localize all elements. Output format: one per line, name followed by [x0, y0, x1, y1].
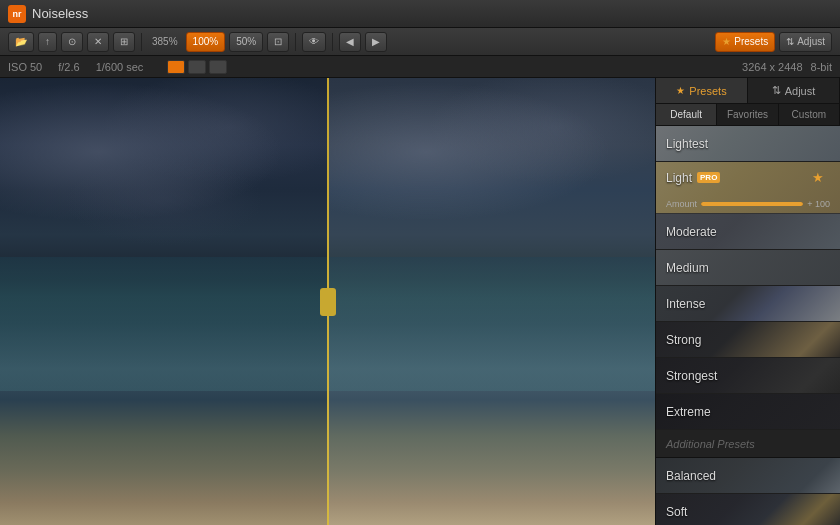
adjust-sliders-icon: ⇅	[772, 84, 781, 97]
zoom-100-button[interactable]: 100%	[186, 32, 226, 52]
canvas-area[interactable]	[0, 78, 655, 525]
bit-depth-value: 8-bit	[811, 61, 832, 73]
adjust-panel-button[interactable]: ⇅ Adjust	[748, 78, 840, 103]
preset-item-strongest[interactable]: Strongest	[656, 358, 840, 394]
preset-item-balanced[interactable]: Balanced	[656, 458, 840, 494]
preset-label-medium: Medium	[656, 261, 709, 275]
sea-right	[328, 257, 656, 391]
adjust-button[interactable]: ⇅ Adjust	[779, 32, 832, 52]
infobar: ISO 50 f/2.6 1/600 sec 3264 x 2448 8-bit	[0, 56, 840, 78]
folder-icon: 📂	[15, 36, 27, 47]
presets-button[interactable]: ★ Presets	[715, 32, 775, 52]
eye-button[interactable]: 👁	[302, 32, 326, 52]
preset-item-extreme[interactable]: Extreme	[656, 394, 840, 430]
preset-item-soft[interactable]: Soft	[656, 494, 840, 525]
photo-left	[0, 78, 328, 525]
presets-label: Presets	[734, 36, 768, 47]
open-button[interactable]: 📂	[8, 32, 34, 52]
photo-right	[328, 78, 656, 525]
panel-star-icon: ★	[676, 85, 685, 96]
tab-default[interactable]: Default	[656, 104, 717, 125]
sea-left	[0, 257, 328, 391]
toolbar-separator-3	[332, 33, 333, 51]
adjust-label: Adjust	[797, 36, 825, 47]
nav-prev-button[interactable]: ◀	[339, 32, 361, 52]
shutter-value: 1/600 sec	[96, 61, 144, 73]
panel-header: ★ Presets ⇅ Adjust	[656, 78, 840, 104]
preset-label-soft: Soft	[656, 505, 687, 519]
additional-presets-header: Additional Presets	[656, 430, 840, 458]
toolbar-separator-2	[295, 33, 296, 51]
export-button[interactable]: ↑	[38, 32, 57, 52]
main-content: ★ Presets ⇅ Adjust Default Favorites Cus…	[0, 78, 840, 525]
view-buttons	[167, 60, 227, 74]
toolbar-separator-1	[141, 33, 142, 51]
zoom-50-button[interactable]: 50%	[229, 32, 263, 52]
share-button[interactable]: ⊙	[61, 32, 83, 52]
tab-custom[interactable]: Custom	[779, 104, 840, 125]
export-icon: ↑	[45, 36, 50, 47]
split-line[interactable]	[327, 78, 329, 525]
preset-label-balanced: Balanced	[656, 469, 716, 483]
app-logo: nr	[8, 5, 26, 23]
split-handle[interactable]	[320, 288, 336, 316]
preset-item-intense[interactable]: Intense	[656, 286, 840, 322]
zoom-fit-button[interactable]: ⊡	[267, 32, 289, 52]
preset-item-moderate[interactable]: Moderate	[656, 214, 840, 250]
side-by-side-button[interactable]	[188, 60, 206, 74]
preset-tabs: Default Favorites Custom	[656, 104, 840, 126]
nav-next-button[interactable]: ▶	[365, 32, 387, 52]
preset-star-light[interactable]: ★	[812, 170, 824, 185]
preset-amount-value: + 100	[807, 199, 830, 209]
preset-label-moderate: Moderate	[656, 225, 717, 239]
preset-list: Lightest Light PRO ★ Amount + 100	[656, 126, 840, 525]
preset-amount-track[interactable]	[701, 202, 803, 206]
preset-label-intense: Intense	[656, 297, 705, 311]
preset-label-extreme: Extreme	[656, 405, 711, 419]
single-view-button[interactable]	[209, 60, 227, 74]
preset-amount-row: Amount + 100	[666, 199, 830, 209]
resolution-value: 3264 x 2448	[742, 61, 803, 73]
infobar-right: 3264 x 2448 8-bit	[742, 61, 832, 73]
split-view-button[interactable]	[167, 60, 185, 74]
preset-label-lightest: Lightest	[656, 137, 708, 151]
zoom-out-label: 385%	[148, 36, 182, 47]
tab-favorites[interactable]: Favorites	[717, 104, 778, 125]
eye-icon: 👁	[309, 36, 319, 47]
preset-item-strong[interactable]: Strong	[656, 322, 840, 358]
presets-panel-button[interactable]: ★ Presets	[656, 78, 748, 103]
preset-pro-badge-light: PRO	[697, 172, 720, 183]
toolbar: 📂 ↑ ⊙ ✕ ⊞ 385% 100% 50% ⊡ 👁 ◀ ▶ ★ Preset…	[0, 28, 840, 56]
preset-amount-fill	[701, 202, 803, 206]
preset-label-light: Light	[664, 171, 692, 185]
iso-value: ISO 50	[8, 61, 42, 73]
adjust-header-label: Adjust	[785, 85, 816, 97]
aperture-value: f/2.6	[58, 61, 79, 73]
preset-label-strong: Strong	[656, 333, 701, 347]
preset-item-light[interactable]: Light PRO ★ Amount + 100	[656, 162, 840, 214]
preset-item-lightest[interactable]: Lightest	[656, 126, 840, 162]
fullscreen-button[interactable]: ✕	[87, 32, 109, 52]
sliders-icon: ⇅	[786, 36, 794, 47]
star-icon: ★	[722, 36, 731, 47]
presets-header-label: Presets	[689, 85, 726, 97]
app-title: Noiseless	[32, 6, 88, 21]
preset-label-strongest: Strongest	[656, 369, 717, 383]
preset-item-medium[interactable]: Medium	[656, 250, 840, 286]
share-icon: ⊙	[68, 36, 76, 47]
photo-canvas	[0, 78, 655, 525]
right-panel: ★ Presets ⇅ Adjust Default Favorites Cus…	[655, 78, 840, 525]
preset-amount-label: Amount	[666, 199, 697, 209]
fit-button[interactable]: ⊞	[113, 32, 135, 52]
titlebar: nr Noiseless	[0, 0, 840, 28]
